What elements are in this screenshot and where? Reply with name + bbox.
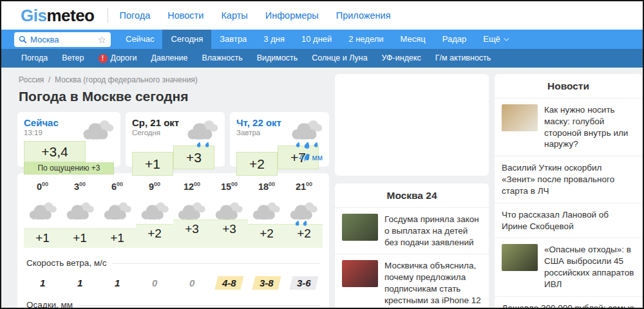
cloud-icon [27, 199, 58, 222]
dotted-divider [112, 263, 320, 264]
hourly-forecast-panel: 000 300 600 900 1200 1500 1800 2100 [17, 173, 329, 309]
hourly-time: 2100 [296, 182, 312, 192]
cloud-icon [64, 199, 95, 222]
feels-like-temperature: По ощущению +3 [24, 162, 114, 174]
wind-value: 1 [99, 276, 136, 290]
wind-speed-label: Скорость ветра, м/с [26, 258, 107, 268]
top-nav-novosti[interactable]: Новости [167, 10, 204, 21]
hourly-temp: +1 [24, 229, 61, 248]
location-search-box[interactable]: ☆ [14, 32, 111, 47]
middle-column: Москва 24 Госдума приняла закон о выплат… [335, 74, 489, 309]
tomorrow-temp-low: +2 [236, 152, 278, 176]
top-nav-informery[interactable]: Информеры [265, 10, 319, 21]
wind-value: 0 [173, 276, 211, 290]
hourly-temps-row: +1 +1 +1 +2 +3 +3 +2 +2 [24, 220, 323, 248]
page-title: Погода в Москве сегодня [19, 89, 329, 104]
tab-10-days[interactable]: 10 дней [293, 30, 340, 49]
list-item[interactable]: Москвичка объяснила, почему предложила п… [335, 254, 489, 309]
layer-vidimost[interactable]: Видимость [250, 49, 305, 68]
hourly-time: 900 [149, 182, 160, 192]
cloud-rain-icon [185, 117, 220, 142]
favorite-star-icon[interactable]: ☆ [98, 35, 106, 44]
tab-tomorrow[interactable]: Завтра [211, 30, 255, 49]
layer-pogoda[interactable]: Погода [14, 49, 55, 68]
chevron-down-icon [504, 35, 509, 41]
hourly-time: 000 [37, 182, 48, 192]
precipitation-amount: 4,7 мм [299, 153, 323, 162]
hourly-time: 600 [111, 182, 123, 192]
tab-radar[interactable]: Радар [434, 30, 475, 49]
gismeteo-logo[interactable]: Gismeteo [21, 6, 95, 26]
layer-vlazhnost[interactable]: Влажность [194, 49, 249, 68]
list-item[interactable]: Дешевле 300 000 рублей: самые надежные а… [495, 296, 642, 309]
logo-part-meteo: meteo [46, 6, 94, 25]
logo-part-gis: Gis [21, 6, 46, 25]
list-item[interactable]: Что рассказал Лановой об Ирине Скобцевой [495, 203, 642, 238]
wind-speed-row: 1 1 1 0 0 4-8 3-8 3-6 [24, 276, 323, 290]
moscow24-panel: Москва 24 Госдума приняла закон о выплат… [335, 183, 489, 309]
list-item[interactable]: Василий Уткин оскорбил «Зенит» после про… [495, 156, 642, 202]
tab-today[interactable]: Сегодня [162, 30, 211, 49]
cloud-icon [176, 199, 207, 222]
news-thumbnail [342, 214, 378, 241]
today-temp-high: +3 [173, 145, 214, 169]
breadcrumb-russia[interactable]: Россия [19, 75, 44, 84]
cloud-icon [102, 199, 133, 222]
list-item[interactable]: «Опасные отходы»: в США выбросили 45 рос… [495, 238, 642, 295]
cloud-icon [80, 117, 115, 142]
layer-nav-bar: Погода Ветер !Дороги Давление Влажность … [1, 49, 643, 68]
news-thumbnail [342, 260, 378, 287]
cloud-rain-icon [289, 117, 324, 142]
tab-now[interactable]: Сейчас [117, 30, 162, 49]
period-tab-bar: ☆ Сейчас Сегодня Завтра 3 дня 10 дней 2 … [1, 30, 643, 49]
top-nav-prilozheniya[interactable]: Приложения [336, 10, 391, 21]
cloud-icon [251, 199, 281, 222]
top-navigation: Погода Новости Карты Информеры Приложени… [120, 10, 391, 21]
hourly-temp: +1 [61, 229, 99, 248]
wind-value: 3-8 [248, 276, 285, 290]
layer-veter[interactable]: Ветер [55, 49, 91, 68]
rain-drops-icon [189, 142, 217, 147]
hourly-temp: +3 [173, 220, 211, 248]
top-nav-karty[interactable]: Карты [221, 10, 247, 21]
hourly-temp: +1 [99, 229, 136, 248]
layer-gm-aktivnost[interactable]: Г/м активность [428, 49, 498, 68]
gismeteo-page: Gismeteo Погода Новости Карты Информеры … [0, 0, 644, 309]
wind-value: 1 [61, 276, 99, 290]
tab-3-days[interactable]: 3 дня [255, 30, 293, 49]
news-item-text: Москвичка объяснила, почему предложила п… [384, 260, 482, 306]
news-item-text: Что рассказал Лановой об Ирине Скобцевой [502, 209, 635, 232]
tab-2-weeks[interactable]: 2 недели [340, 30, 392, 49]
news-thumbnail [502, 104, 538, 131]
content-area: Россия / Москва (город федерального знач… [17, 74, 643, 309]
breadcrumb-moscow: Москва (город федерального значения) [55, 75, 198, 84]
precipitation-label: Осадки, мм [26, 300, 73, 309]
tab-more[interactable]: Ещё [475, 30, 516, 49]
top-nav-pogoda[interactable]: Погода [120, 10, 151, 21]
card-tomorrow[interactable]: Чт, 22 окт Завтра +2 +7 4,7 мм [230, 112, 329, 167]
card-now[interactable]: Сейчас 13:19 +3,4 По ощущению +3 [17, 112, 120, 167]
news-column: Новости Как нужно носить маску: голубой … [495, 74, 642, 309]
wind-value: 3-6 [285, 276, 323, 290]
layer-davlenie[interactable]: Давление [144, 49, 195, 68]
search-input[interactable] [30, 35, 95, 44]
wind-value: 0 [136, 276, 173, 290]
today-temp-low: +1 [132, 152, 173, 176]
layer-uf-index[interactable]: УФ-индекс [375, 49, 428, 68]
cloud-icon [139, 199, 170, 222]
news-item-text: Как нужно носить маску: голубой стороной… [544, 104, 635, 150]
news-panel: Новости Как нужно носить маску: голубой … [495, 74, 642, 309]
layer-solnce-i-luna[interactable]: Солнце и Луна [305, 49, 374, 68]
hourly-time: 1200 [184, 182, 200, 192]
news-thumbnail [502, 244, 538, 271]
list-item[interactable]: Как нужно носить маску: голубой стороной… [495, 98, 642, 156]
layer-dorogi[interactable]: !Дороги [91, 49, 144, 68]
header-divider [108, 8, 108, 23]
tab-month[interactable]: Месяц [392, 30, 434, 49]
hourly-icons-row [24, 192, 322, 222]
card-today[interactable]: Ср, 21 окт Сегодня +1 +3 [126, 112, 225, 167]
moscow24-header: Москва 24 [335, 183, 489, 207]
list-item[interactable]: Госдума приняла закон о выплатах на дете… [335, 207, 489, 254]
search-icon [19, 35, 27, 44]
hourly-times-row: 000 300 600 900 1200 1500 1800 2100 [24, 181, 323, 192]
